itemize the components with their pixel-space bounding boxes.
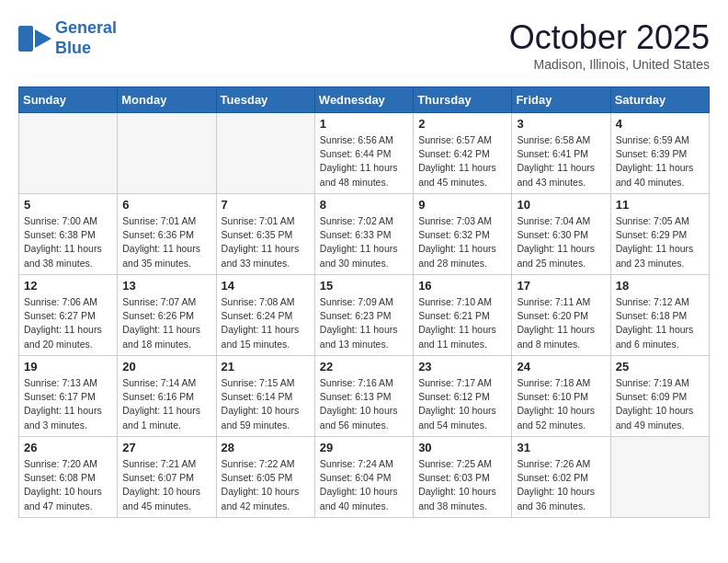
day-number: 19 [24, 360, 112, 373]
column-header-saturday: Saturday [610, 87, 709, 113]
calendar-cell: 2Sunrise: 6:57 AMSunset: 6:42 PMDaylight… [414, 113, 512, 194]
cell-info: Sunrise: 7:13 AMSunset: 6:17 PMDaylight:… [24, 376, 112, 432]
cell-info: Sunrise: 7:20 AMSunset: 6:08 PMDaylight:… [24, 457, 112, 513]
cell-info: Sunrise: 7:12 AMSunset: 6:18 PMDaylight:… [616, 295, 704, 351]
calendar-cell: 27Sunrise: 7:21 AMSunset: 6:07 PMDayligh… [118, 437, 216, 518]
calendar-cell: 8Sunrise: 7:02 AMSunset: 6:33 PMDaylight… [314, 194, 413, 275]
cell-info: Sunrise: 7:18 AMSunset: 6:10 PMDaylight:… [517, 376, 605, 432]
day-number: 25 [616, 360, 704, 373]
day-number: 24 [517, 360, 605, 373]
cell-info: Sunrise: 7:11 AMSunset: 6:20 PMDaylight:… [517, 295, 605, 351]
day-number: 6 [122, 198, 210, 212]
day-number: 15 [320, 279, 408, 293]
cell-info: Sunrise: 7:04 AMSunset: 6:30 PMDaylight:… [517, 214, 605, 270]
cell-info: Sunrise: 7:03 AMSunset: 6:32 PMDaylight:… [418, 214, 506, 270]
calendar-cell: 4Sunrise: 6:59 AMSunset: 6:39 PMDaylight… [610, 113, 709, 194]
day-number: 9 [418, 198, 506, 212]
day-number: 21 [222, 360, 310, 373]
calendar-cell: 24Sunrise: 7:18 AMSunset: 6:10 PMDayligh… [512, 356, 610, 437]
day-number: 17 [517, 279, 605, 293]
cell-info: Sunrise: 7:17 AMSunset: 6:12 PMDaylight:… [418, 376, 506, 432]
cell-info: Sunrise: 7:19 AMSunset: 6:09 PMDaylight:… [616, 376, 704, 432]
cell-info: Sunrise: 7:25 AMSunset: 6:03 PMDaylight:… [418, 457, 506, 513]
day-number: 29 [320, 441, 408, 454]
cell-info: Sunrise: 7:08 AMSunset: 6:24 PMDaylight:… [222, 295, 310, 351]
calendar-cell: 14Sunrise: 7:08 AMSunset: 6:24 PMDayligh… [216, 275, 314, 356]
day-number: 3 [517, 117, 605, 131]
day-number: 2 [418, 117, 506, 131]
calendar-cell: 16Sunrise: 7:10 AMSunset: 6:21 PMDayligh… [414, 275, 512, 356]
cell-info: Sunrise: 7:06 AMSunset: 6:27 PMDaylight:… [24, 295, 112, 351]
svg-rect-0 [18, 26, 33, 52]
day-number: 7 [222, 198, 310, 212]
calendar-week-1: 1Sunrise: 6:56 AMSunset: 6:44 PMDaylight… [19, 113, 710, 194]
cell-info: Sunrise: 6:57 AMSunset: 6:42 PMDaylight:… [418, 133, 506, 190]
calendar-cell: 26Sunrise: 7:20 AMSunset: 6:08 PMDayligh… [19, 437, 118, 518]
calendar-cell: 17Sunrise: 7:11 AMSunset: 6:20 PMDayligh… [512, 275, 610, 356]
calendar-week-2: 5Sunrise: 7:00 AMSunset: 6:38 PMDaylight… [19, 194, 710, 275]
cell-info: Sunrise: 7:16 AMSunset: 6:13 PMDaylight:… [320, 376, 408, 432]
day-number: 26 [24, 441, 112, 454]
cell-info: Sunrise: 7:00 AMSunset: 6:38 PMDaylight:… [24, 214, 112, 270]
calendar-cell: 22Sunrise: 7:16 AMSunset: 6:13 PMDayligh… [314, 356, 413, 437]
cell-info: Sunrise: 7:21 AMSunset: 6:07 PMDaylight:… [122, 457, 210, 513]
cell-info: Sunrise: 7:14 AMSunset: 6:16 PMDaylight:… [122, 376, 210, 432]
title-area: October 2025 Madison, Illinois, United S… [509, 18, 710, 72]
svg-marker-1 [35, 29, 51, 48]
calendar-week-5: 26Sunrise: 7:20 AMSunset: 6:08 PMDayligh… [19, 437, 710, 518]
day-number: 31 [517, 441, 605, 454]
day-number: 16 [418, 279, 506, 293]
cell-info: Sunrise: 7:09 AMSunset: 6:23 PMDaylight:… [320, 295, 408, 351]
logo: General Blue [18, 18, 117, 58]
calendar-cell: 12Sunrise: 7:06 AMSunset: 6:27 PMDayligh… [19, 275, 118, 356]
month-title: October 2025 [509, 18, 710, 57]
column-header-sunday: Sunday [19, 87, 118, 113]
calendar-cell: 20Sunrise: 7:14 AMSunset: 6:16 PMDayligh… [118, 356, 216, 437]
day-number: 8 [320, 198, 408, 212]
day-number: 27 [122, 441, 210, 454]
calendar-cell: 28Sunrise: 7:22 AMSunset: 6:05 PMDayligh… [216, 437, 314, 518]
calendar-table: SundayMondayTuesdayWednesdayThursdayFrid… [18, 86, 710, 518]
calendar-cell: 31Sunrise: 7:26 AMSunset: 6:02 PMDayligh… [512, 437, 610, 518]
calendar-cell [610, 437, 709, 518]
cell-info: Sunrise: 6:59 AMSunset: 6:39 PMDaylight:… [616, 133, 704, 190]
calendar-week-4: 19Sunrise: 7:13 AMSunset: 6:17 PMDayligh… [19, 356, 710, 437]
day-number: 23 [418, 360, 506, 373]
calendar-cell: 5Sunrise: 7:00 AMSunset: 6:38 PMDaylight… [19, 194, 118, 275]
calendar-header-row: SundayMondayTuesdayWednesdayThursdayFrid… [19, 87, 710, 113]
calendar-cell: 3Sunrise: 6:58 AMSunset: 6:41 PMDaylight… [512, 113, 610, 194]
calendar-cell: 10Sunrise: 7:04 AMSunset: 6:30 PMDayligh… [512, 194, 610, 275]
column-header-wednesday: Wednesday [314, 87, 413, 113]
calendar-cell: 23Sunrise: 7:17 AMSunset: 6:12 PMDayligh… [414, 356, 512, 437]
calendar-cell: 7Sunrise: 7:01 AMSunset: 6:35 PMDaylight… [216, 194, 314, 275]
calendar-cell [216, 113, 314, 194]
calendar-cell: 30Sunrise: 7:25 AMSunset: 6:03 PMDayligh… [414, 437, 512, 518]
day-number: 22 [320, 360, 408, 373]
day-number: 4 [616, 117, 704, 131]
page-header: General Blue October 2025 Madison, Illin… [18, 18, 710, 72]
day-number: 13 [122, 279, 210, 293]
calendar-cell: 21Sunrise: 7:15 AMSunset: 6:14 PMDayligh… [216, 356, 314, 437]
calendar-cell: 9Sunrise: 7:03 AMSunset: 6:32 PMDaylight… [414, 194, 512, 275]
day-number: 18 [616, 279, 704, 293]
day-number: 1 [320, 117, 408, 131]
cell-info: Sunrise: 7:01 AMSunset: 6:36 PMDaylight:… [122, 214, 210, 270]
cell-info: Sunrise: 6:58 AMSunset: 6:41 PMDaylight:… [517, 133, 605, 190]
column-header-friday: Friday [512, 87, 610, 113]
logo-line1: General [55, 18, 117, 37]
cell-info: Sunrise: 7:26 AMSunset: 6:02 PMDaylight:… [517, 457, 605, 513]
calendar-cell: 13Sunrise: 7:07 AMSunset: 6:26 PMDayligh… [118, 275, 216, 356]
day-number: 11 [616, 198, 704, 212]
cell-info: Sunrise: 7:24 AMSunset: 6:04 PMDaylight:… [320, 457, 408, 513]
calendar-cell [118, 113, 216, 194]
cell-info: Sunrise: 7:01 AMSunset: 6:35 PMDaylight:… [222, 214, 310, 270]
column-header-tuesday: Tuesday [216, 87, 314, 113]
day-number: 12 [24, 279, 112, 293]
cell-info: Sunrise: 7:15 AMSunset: 6:14 PMDaylight:… [222, 376, 310, 432]
calendar-cell: 6Sunrise: 7:01 AMSunset: 6:36 PMDaylight… [118, 194, 216, 275]
day-number: 10 [517, 198, 605, 212]
day-number: 28 [222, 441, 310, 454]
location-subtitle: Madison, Illinois, United States [509, 57, 710, 72]
cell-info: Sunrise: 6:56 AMSunset: 6:44 PMDaylight:… [320, 133, 408, 190]
day-number: 30 [418, 441, 506, 454]
